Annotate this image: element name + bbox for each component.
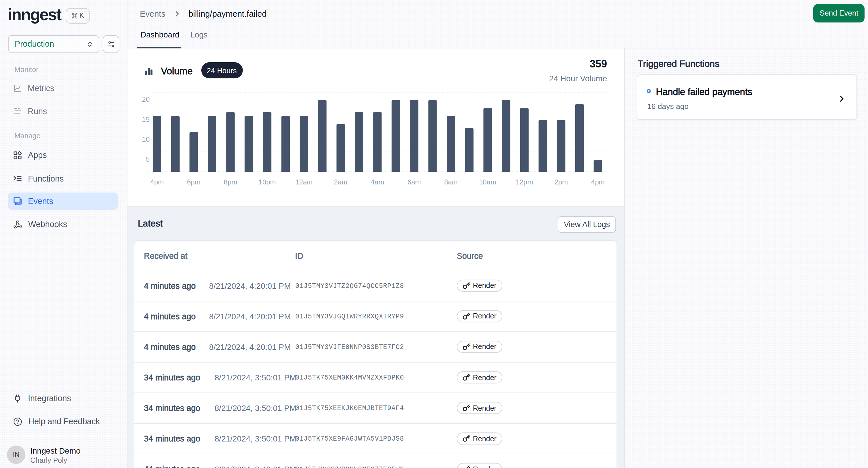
svg-text:2am: 2am [334,178,347,186]
svg-text:4am: 4am [371,178,384,186]
svg-text:4pm: 4pm [150,178,164,186]
svg-text:12pm: 12pm [516,178,533,186]
svg-text:2pm: 2pm [554,178,568,186]
svg-text:6pm: 6pm [187,178,200,186]
svg-text:15: 15 [142,115,150,123]
svg-text:10pm: 10pm [259,178,276,186]
svg-text:8pm: 8pm [224,178,237,186]
svg-text:10: 10 [142,135,150,143]
svg-text:12am: 12am [295,178,313,186]
svg-text:4pm: 4pm [591,178,605,186]
svg-text:5: 5 [146,155,150,163]
svg-text:6am: 6am [407,178,421,186]
svg-text:20: 20 [142,95,150,103]
svg-text:8am: 8am [444,178,458,186]
svg-text:10am: 10am [479,178,496,186]
